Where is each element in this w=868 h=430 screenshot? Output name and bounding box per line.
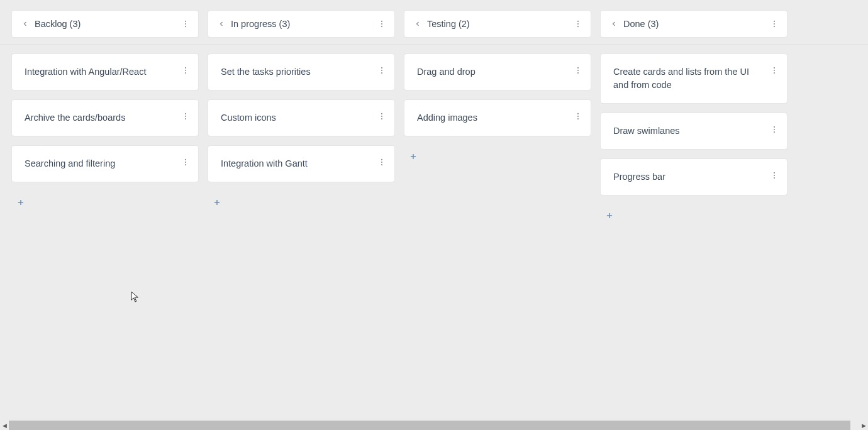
svg-point-2 <box>185 26 186 27</box>
svg-point-28 <box>381 118 382 119</box>
more-vertical-icon[interactable] <box>767 122 782 137</box>
kanban-card[interactable]: Adding images <box>404 99 591 136</box>
add-card-button[interactable] <box>208 192 395 215</box>
column-header-testing[interactable]: Testing (2) <box>404 10 591 38</box>
kanban-card[interactable]: Searching and filtering <box>11 145 199 182</box>
column-body-in-progress: Set the tasks priorities Custom icons In… <box>208 53 395 215</box>
scroll-thumb[interactable] <box>9 421 850 430</box>
kanban-card[interactable]: Custom icons <box>208 99 395 136</box>
card-title: Integration with Angular/React <box>25 65 178 79</box>
svg-point-18 <box>185 159 186 160</box>
column-title: Testing (2) <box>427 19 570 29</box>
card-title: Adding images <box>417 111 570 124</box>
svg-point-23 <box>381 67 382 69</box>
chevron-left-icon[interactable] <box>216 18 227 30</box>
card-title: Integration with Gantt <box>221 157 374 170</box>
more-vertical-icon[interactable] <box>178 63 193 78</box>
svg-point-1 <box>185 23 186 25</box>
svg-point-3 <box>381 21 382 22</box>
column-title: In progress (3) <box>231 19 374 29</box>
svg-point-13 <box>185 70 186 71</box>
more-vertical-icon[interactable] <box>374 155 389 170</box>
kanban-card[interactable]: Draw swimlanes <box>600 113 787 150</box>
add-card-button[interactable] <box>600 206 787 228</box>
svg-point-36 <box>577 72 579 74</box>
svg-point-25 <box>381 72 382 74</box>
column-header-done[interactable]: Done (3) <box>600 10 787 38</box>
card-title: Custom icons <box>221 111 374 124</box>
kanban-board: Backlog (3) In progress (3) Testing (2) <box>0 0 868 430</box>
card-title: Draw swimlanes <box>613 124 767 138</box>
more-vertical-icon[interactable] <box>570 63 586 78</box>
svg-point-24 <box>381 70 382 71</box>
more-vertical-icon[interactable] <box>178 109 193 124</box>
scroll-track[interactable] <box>9 421 859 430</box>
plus-icon <box>605 211 614 223</box>
svg-point-46 <box>774 129 775 130</box>
svg-point-17 <box>185 118 186 119</box>
more-vertical-icon[interactable] <box>570 109 586 124</box>
kanban-card[interactable]: Integration with Angular/React <box>11 53 199 91</box>
chevron-left-icon[interactable] <box>412 18 423 30</box>
kanban-card[interactable]: Progress bar <box>600 158 787 196</box>
svg-point-49 <box>774 175 775 176</box>
column-title: Done (3) <box>623 19 767 29</box>
svg-point-27 <box>381 116 382 117</box>
kanban-card[interactable]: Integration with Gantt <box>208 145 395 182</box>
column-header-in-progress[interactable]: In progress (3) <box>208 10 395 38</box>
svg-point-4 <box>381 23 382 25</box>
svg-point-7 <box>577 23 579 25</box>
card-title: Drag and drop <box>417 65 570 79</box>
horizontal-scrollbar[interactable]: ◀ ▶ <box>0 421 868 430</box>
card-title: Set the tasks priorities <box>221 65 374 79</box>
kanban-card[interactable]: Archive the cards/boards <box>11 99 199 136</box>
svg-point-50 <box>774 177 775 179</box>
more-vertical-icon[interactable] <box>374 109 389 124</box>
scroll-left-arrow-icon[interactable]: ◀ <box>0 421 9 430</box>
kanban-card[interactable]: Drag and drop <box>404 53 591 91</box>
svg-point-16 <box>185 116 186 117</box>
svg-point-38 <box>577 116 579 117</box>
columns-header-row: Backlog (3) In progress (3) Testing (2) <box>0 0 868 45</box>
svg-point-26 <box>381 113 382 114</box>
more-vertical-icon[interactable] <box>767 16 782 31</box>
more-vertical-icon[interactable] <box>767 63 782 78</box>
card-title: Create cards and lists from the UI and f… <box>613 65 767 92</box>
svg-point-42 <box>774 67 775 69</box>
card-title: Archive the cards/boards <box>25 111 178 124</box>
svg-point-47 <box>774 131 775 133</box>
column-body-backlog: Integration with Angular/React Archive t… <box>11 53 199 215</box>
svg-point-30 <box>381 162 382 163</box>
svg-point-29 <box>381 159 382 160</box>
svg-point-34 <box>577 67 579 69</box>
svg-point-11 <box>774 26 775 27</box>
kanban-card[interactable]: Set the tasks priorities <box>208 53 395 91</box>
more-vertical-icon[interactable] <box>374 63 389 78</box>
svg-point-44 <box>774 72 775 74</box>
more-vertical-icon[interactable] <box>374 16 389 31</box>
svg-point-48 <box>774 172 775 174</box>
svg-point-35 <box>577 70 579 71</box>
more-vertical-icon[interactable] <box>570 16 586 31</box>
plus-icon <box>409 152 418 163</box>
add-card-button[interactable] <box>404 146 591 169</box>
svg-point-19 <box>185 162 186 163</box>
svg-point-9 <box>774 21 775 22</box>
chevron-left-icon[interactable] <box>608 18 620 30</box>
svg-point-14 <box>185 72 186 74</box>
svg-point-8 <box>577 26 579 27</box>
column-header-backlog[interactable]: Backlog (3) <box>11 10 199 38</box>
column-body-testing: Drag and drop Adding images <box>404 53 591 169</box>
chevron-left-icon[interactable] <box>19 18 31 30</box>
add-card-button[interactable] <box>11 192 199 215</box>
more-vertical-icon[interactable] <box>178 16 193 31</box>
svg-point-31 <box>381 164 382 165</box>
column-body-done: Create cards and lists from the UI and f… <box>600 53 787 228</box>
svg-point-0 <box>185 21 186 22</box>
more-vertical-icon[interactable] <box>767 168 782 183</box>
kanban-card[interactable]: Create cards and lists from the UI and f… <box>600 53 787 104</box>
scroll-right-arrow-icon[interactable]: ▶ <box>859 421 868 430</box>
svg-point-20 <box>185 164 186 165</box>
more-vertical-icon[interactable] <box>178 155 193 170</box>
card-title: Progress bar <box>613 170 767 184</box>
